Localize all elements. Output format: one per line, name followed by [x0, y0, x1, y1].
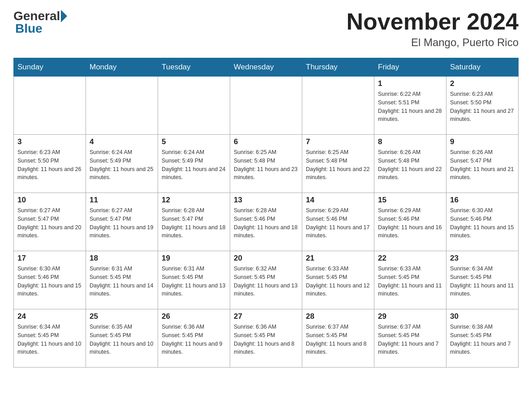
day-info: Sunrise: 6:22 AM Sunset: 5:51 PM Dayligh…: [378, 90, 442, 124]
day-number: 1: [378, 79, 442, 88]
calendar-day-cell: 27Sunrise: 6:36 AM Sunset: 5:45 PM Dayli…: [230, 309, 302, 368]
calendar-week-row: 3Sunrise: 6:23 AM Sunset: 5:50 PM Daylig…: [14, 135, 519, 193]
logo: General Blue: [13, 9, 68, 36]
day-of-week-header: Wednesday: [230, 58, 302, 77]
calendar-day-cell: 18Sunrise: 6:31 AM Sunset: 5:45 PM Dayli…: [86, 251, 158, 309]
day-number: 17: [17, 254, 82, 263]
calendar-header-row: SundayMondayTuesdayWednesdayThursdayFrid…: [14, 58, 519, 77]
title-section: November 2024 El Mango, Puerto Rico: [347, 9, 519, 49]
calendar-day-cell: 17Sunrise: 6:30 AM Sunset: 5:46 PM Dayli…: [14, 251, 86, 309]
day-number: 22: [378, 254, 442, 263]
calendar-week-row: 24Sunrise: 6:34 AM Sunset: 5:45 PM Dayli…: [14, 309, 519, 368]
day-number: 19: [162, 254, 226, 263]
day-info: Sunrise: 6:29 AM Sunset: 5:46 PM Dayligh…: [306, 206, 370, 240]
day-info: Sunrise: 6:27 AM Sunset: 5:47 PM Dayligh…: [90, 206, 154, 240]
calendar-day-cell: 6Sunrise: 6:25 AM Sunset: 5:48 PM Daylig…: [230, 135, 302, 193]
calendar-day-cell: [158, 77, 230, 135]
page-header: General Blue November 2024 El Mango, Pue…: [13, 9, 519, 49]
calendar-day-cell: 15Sunrise: 6:29 AM Sunset: 5:46 PM Dayli…: [374, 193, 446, 251]
day-number: 5: [162, 137, 226, 146]
day-number: 2: [450, 79, 515, 88]
calendar-day-cell: 28Sunrise: 6:37 AM Sunset: 5:45 PM Dayli…: [302, 309, 374, 368]
day-number: 21: [306, 254, 370, 263]
day-info: Sunrise: 6:30 AM Sunset: 5:46 PM Dayligh…: [450, 206, 515, 240]
calendar-day-cell: 24Sunrise: 6:34 AM Sunset: 5:45 PM Dayli…: [14, 309, 86, 368]
day-number: 13: [234, 196, 298, 205]
logo-blue-text: Blue: [15, 21, 43, 35]
calendar-day-cell: 7Sunrise: 6:25 AM Sunset: 5:48 PM Daylig…: [302, 135, 374, 193]
day-number: 30: [450, 312, 515, 321]
day-info: Sunrise: 6:37 AM Sunset: 5:45 PM Dayligh…: [378, 323, 442, 356]
calendar-day-cell: 16Sunrise: 6:30 AM Sunset: 5:46 PM Dayli…: [446, 193, 519, 251]
day-number: 6: [234, 137, 298, 146]
location-title: El Mango, Puerto Rico: [347, 36, 519, 49]
calendar-day-cell: 13Sunrise: 6:28 AM Sunset: 5:46 PM Dayli…: [230, 193, 302, 251]
day-of-week-header: Monday: [86, 58, 158, 77]
calendar-day-cell: [230, 77, 302, 135]
day-number: 29: [378, 312, 442, 321]
day-number: 24: [17, 312, 82, 321]
calendar-day-cell: 23Sunrise: 6:34 AM Sunset: 5:45 PM Dayli…: [446, 251, 519, 309]
day-number: 14: [306, 196, 370, 205]
day-info: Sunrise: 6:34 AM Sunset: 5:45 PM Dayligh…: [17, 323, 82, 356]
calendar-day-cell: 20Sunrise: 6:32 AM Sunset: 5:45 PM Dayli…: [230, 251, 302, 309]
day-info: Sunrise: 6:24 AM Sunset: 5:49 PM Dayligh…: [162, 148, 226, 182]
day-info: Sunrise: 6:23 AM Sunset: 5:50 PM Dayligh…: [450, 90, 515, 124]
day-number: 7: [306, 137, 370, 146]
day-info: Sunrise: 6:26 AM Sunset: 5:48 PM Dayligh…: [378, 148, 442, 182]
day-info: Sunrise: 6:25 AM Sunset: 5:48 PM Dayligh…: [234, 148, 298, 182]
day-info: Sunrise: 6:31 AM Sunset: 5:45 PM Dayligh…: [162, 265, 226, 298]
day-number: 8: [378, 137, 442, 146]
calendar-day-cell: 30Sunrise: 6:38 AM Sunset: 5:45 PM Dayli…: [446, 309, 519, 368]
day-info: Sunrise: 6:27 AM Sunset: 5:47 PM Dayligh…: [17, 206, 82, 240]
day-number: 9: [450, 137, 515, 146]
logo-triangle-icon: [61, 10, 67, 22]
day-number: 26: [162, 312, 226, 321]
day-number: 11: [90, 196, 154, 205]
calendar-day-cell: 21Sunrise: 6:33 AM Sunset: 5:45 PM Dayli…: [302, 251, 374, 309]
month-title: November 2024: [347, 9, 519, 34]
day-number: 4: [90, 137, 154, 146]
day-number: 25: [90, 312, 154, 321]
day-info: Sunrise: 6:36 AM Sunset: 5:45 PM Dayligh…: [162, 323, 226, 356]
calendar-day-cell: 29Sunrise: 6:37 AM Sunset: 5:45 PM Dayli…: [374, 309, 446, 368]
day-of-week-header: Tuesday: [158, 58, 230, 77]
day-of-week-header: Sunday: [14, 58, 86, 77]
calendar-day-cell: 25Sunrise: 6:35 AM Sunset: 5:45 PM Dayli…: [86, 309, 158, 368]
day-info: Sunrise: 6:33 AM Sunset: 5:45 PM Dayligh…: [306, 265, 370, 298]
calendar-day-cell: 22Sunrise: 6:33 AM Sunset: 5:45 PM Dayli…: [374, 251, 446, 309]
day-info: Sunrise: 6:24 AM Sunset: 5:49 PM Dayligh…: [90, 148, 154, 182]
calendar-week-row: 10Sunrise: 6:27 AM Sunset: 5:47 PM Dayli…: [14, 193, 519, 251]
day-number: 27: [234, 312, 298, 321]
day-info: Sunrise: 6:29 AM Sunset: 5:46 PM Dayligh…: [378, 206, 442, 240]
day-info: Sunrise: 6:38 AM Sunset: 5:45 PM Dayligh…: [450, 323, 515, 356]
day-info: Sunrise: 6:32 AM Sunset: 5:45 PM Dayligh…: [234, 265, 298, 298]
calendar-day-cell: 4Sunrise: 6:24 AM Sunset: 5:49 PM Daylig…: [86, 135, 158, 193]
day-info: Sunrise: 6:34 AM Sunset: 5:45 PM Dayligh…: [450, 265, 515, 298]
calendar-day-cell: 8Sunrise: 6:26 AM Sunset: 5:48 PM Daylig…: [374, 135, 446, 193]
day-info: Sunrise: 6:33 AM Sunset: 5:45 PM Dayligh…: [378, 265, 442, 298]
calendar-day-cell: 3Sunrise: 6:23 AM Sunset: 5:50 PM Daylig…: [14, 135, 86, 193]
day-number: 3: [17, 137, 82, 146]
day-info: Sunrise: 6:30 AM Sunset: 5:46 PM Dayligh…: [17, 265, 82, 298]
calendar-day-cell: 5Sunrise: 6:24 AM Sunset: 5:49 PM Daylig…: [158, 135, 230, 193]
calendar-day-cell: 10Sunrise: 6:27 AM Sunset: 5:47 PM Dayli…: [14, 193, 86, 251]
day-info: Sunrise: 6:36 AM Sunset: 5:45 PM Dayligh…: [234, 323, 298, 356]
calendar-day-cell: [302, 77, 374, 135]
calendar-day-cell: 12Sunrise: 6:28 AM Sunset: 5:47 PM Dayli…: [158, 193, 230, 251]
day-number: 15: [378, 196, 442, 205]
calendar-day-cell: 26Sunrise: 6:36 AM Sunset: 5:45 PM Dayli…: [158, 309, 230, 368]
calendar-day-cell: 14Sunrise: 6:29 AM Sunset: 5:46 PM Dayli…: [302, 193, 374, 251]
calendar-day-cell: 9Sunrise: 6:26 AM Sunset: 5:47 PM Daylig…: [446, 135, 519, 193]
day-number: 28: [306, 312, 370, 321]
day-info: Sunrise: 6:35 AM Sunset: 5:45 PM Dayligh…: [90, 323, 154, 356]
day-number: 12: [162, 196, 226, 205]
day-number: 10: [17, 196, 82, 205]
calendar-day-cell: [14, 77, 86, 135]
day-info: Sunrise: 6:31 AM Sunset: 5:45 PM Dayligh…: [90, 265, 154, 298]
calendar-day-cell: 2Sunrise: 6:23 AM Sunset: 5:50 PM Daylig…: [446, 77, 519, 135]
calendar-week-row: 17Sunrise: 6:30 AM Sunset: 5:46 PM Dayli…: [14, 251, 519, 309]
calendar-day-cell: 1Sunrise: 6:22 AM Sunset: 5:51 PM Daylig…: [374, 77, 446, 135]
day-info: Sunrise: 6:26 AM Sunset: 5:47 PM Dayligh…: [450, 148, 515, 182]
day-info: Sunrise: 6:28 AM Sunset: 5:47 PM Dayligh…: [162, 206, 226, 240]
